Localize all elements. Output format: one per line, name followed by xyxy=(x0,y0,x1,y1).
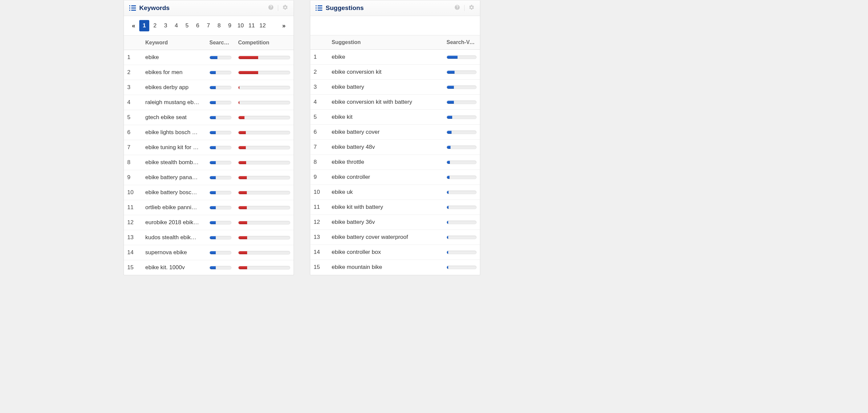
table-row[interactable]: 4raleigh mustang eb… xyxy=(124,95,293,110)
keyword-cell: ebike tuning kit for … xyxy=(142,140,206,155)
competition-bar xyxy=(235,262,293,274)
table-row[interactable]: 1ebike xyxy=(310,50,480,65)
suggestion-cell: ebike kit with battery xyxy=(328,200,443,214)
page-12[interactable]: 12 xyxy=(257,20,268,31)
page-first-icon[interactable]: « xyxy=(129,22,138,29)
search-volume-bar xyxy=(443,232,480,243)
table-row[interactable]: 12ebike battery 36v xyxy=(310,215,480,230)
svg-rect-1 xyxy=(131,5,136,6)
col-suggestion[interactable]: Suggestion xyxy=(328,35,443,49)
svg-rect-7 xyxy=(318,5,322,6)
table-row[interactable]: 15ebike kit. 1000v xyxy=(124,260,293,275)
row-index: 3 xyxy=(124,80,142,95)
row-index: 9 xyxy=(124,170,142,185)
row-index: 8 xyxy=(124,155,142,170)
table-row[interactable]: 14supernova ebike xyxy=(124,245,293,260)
row-index: 5 xyxy=(310,110,328,125)
gear-icon[interactable] xyxy=(282,4,288,12)
help-icon[interactable] xyxy=(454,4,460,12)
row-index: 12 xyxy=(310,215,328,230)
col-competition[interactable]: Competition xyxy=(235,36,293,50)
competition-bar xyxy=(235,112,293,124)
table-row[interactable]: 7ebike battery 48v xyxy=(310,140,480,155)
table-row[interactable]: 6ebike lights bosch … xyxy=(124,125,293,140)
table-row[interactable]: 15ebike mountain bike xyxy=(310,260,480,275)
table-row[interactable]: 8ebike throttle xyxy=(310,155,480,170)
svg-rect-9 xyxy=(318,8,322,9)
suggestions-title: Suggestions xyxy=(326,4,454,12)
keyword-cell: ebike xyxy=(142,50,206,65)
table-row[interactable]: 13ebike battery cover waterproof xyxy=(310,230,480,245)
keywords-pagination: « 123456789101112 » xyxy=(124,16,293,36)
competition-bar xyxy=(235,232,293,244)
table-row[interactable]: 3ebikes derby app xyxy=(124,80,293,95)
table-row[interactable]: 4ebike conversion kit with battery xyxy=(310,95,480,110)
search-volume-bar xyxy=(443,81,480,93)
page-10[interactable]: 10 xyxy=(236,20,246,31)
competition-bar xyxy=(235,247,293,259)
help-icon[interactable] xyxy=(268,4,274,12)
table-row[interactable]: 1ebike xyxy=(124,50,293,65)
svg-rect-2 xyxy=(129,8,130,9)
suggestions-table-header: Suggestion Search-Vo… xyxy=(310,35,480,50)
keyword-cell: raleigh mustang eb… xyxy=(142,95,206,110)
search-volume-bar xyxy=(443,171,480,183)
search-volume-bar xyxy=(206,247,235,259)
page-6[interactable]: 6 xyxy=(193,20,203,31)
search-volume-bar xyxy=(443,96,480,108)
keyword-cell: ortlieb ebike panni… xyxy=(142,200,206,215)
table-row[interactable]: 7ebike tuning kit for … xyxy=(124,140,293,155)
table-row[interactable]: 2ebikes for men xyxy=(124,65,293,80)
competition-bar xyxy=(235,202,293,213)
page-3[interactable]: 3 xyxy=(161,20,170,31)
row-index: 9 xyxy=(310,170,328,184)
col-search-volume[interactable]: Searc… xyxy=(206,36,235,50)
table-row[interactable]: 11ebike kit with battery xyxy=(310,200,480,215)
competition-bar xyxy=(235,97,293,108)
table-row[interactable]: 14ebike controller box xyxy=(310,245,480,260)
competition-bar xyxy=(235,82,293,94)
search-volume-bar xyxy=(206,217,235,229)
page-9[interactable]: 9 xyxy=(225,20,235,31)
suggestion-cell: ebike conversion kit with battery xyxy=(328,95,443,109)
row-index: 15 xyxy=(124,260,142,275)
page-2[interactable]: 2 xyxy=(150,20,160,31)
row-index: 7 xyxy=(124,140,142,155)
page-11[interactable]: 11 xyxy=(246,20,257,31)
page-7[interactable]: 7 xyxy=(204,20,213,31)
suggestion-cell: ebike mountain bike xyxy=(328,260,443,275)
row-index: 1 xyxy=(310,50,328,64)
col-keyword[interactable]: Keyword xyxy=(142,36,206,50)
suggestion-cell: ebike kit xyxy=(328,110,443,125)
page-4[interactable]: 4 xyxy=(171,20,181,31)
col-search-volume[interactable]: Search-Vo… xyxy=(443,35,480,49)
page-1[interactable]: 1 xyxy=(139,20,149,31)
table-row[interactable]: 10ebike uk xyxy=(310,185,480,200)
table-row[interactable]: 13kudos stealth ebik… xyxy=(124,230,293,245)
keywords-panel: Keywords « 123456789101112 » Keyword Sea… xyxy=(124,0,294,275)
table-row[interactable]: 6ebike battery cover xyxy=(310,125,480,140)
table-row[interactable]: 9ebike controller xyxy=(310,170,480,185)
page-8[interactable]: 8 xyxy=(214,20,224,31)
table-row[interactable]: 8ebike stealth bomb… xyxy=(124,155,293,170)
search-volume-bar xyxy=(443,66,480,78)
table-row[interactable]: 5gtech ebike seat xyxy=(124,110,293,125)
gear-icon[interactable] xyxy=(469,4,474,12)
search-volume-bar xyxy=(206,172,235,183)
page-last-icon[interactable]: » xyxy=(280,22,288,29)
search-volume-bar xyxy=(206,82,235,94)
table-row[interactable]: 12eurobike 2018 ebik… xyxy=(124,215,293,230)
table-row[interactable]: 11ortlieb ebike panni… xyxy=(124,200,293,215)
suggestion-cell: ebike uk xyxy=(328,185,443,200)
table-row[interactable]: 9ebike battery pana… xyxy=(124,170,293,185)
search-volume-bar xyxy=(206,52,235,63)
table-row[interactable]: 10ebike battery bosc… xyxy=(124,185,293,200)
competition-bar xyxy=(235,142,293,153)
suggestion-cell: ebike battery xyxy=(328,80,443,94)
svg-rect-11 xyxy=(318,10,322,11)
table-row[interactable]: 5ebike kit xyxy=(310,110,480,125)
suggestion-cell: ebike battery cover xyxy=(328,125,443,139)
page-5[interactable]: 5 xyxy=(182,20,192,31)
table-row[interactable]: 3ebike battery xyxy=(310,80,480,95)
table-row[interactable]: 2ebike conversion kit xyxy=(310,65,480,80)
